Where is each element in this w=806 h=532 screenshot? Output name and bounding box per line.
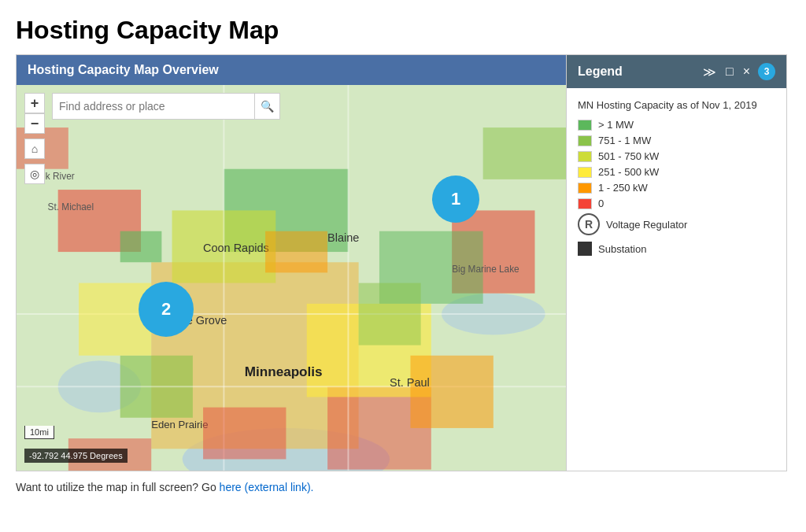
svg-rect-35 <box>120 231 162 263</box>
svg-rect-38 <box>359 283 421 345</box>
legend-voltage-item: R Voltage Regulator <box>578 213 775 235</box>
voltage-regulator-icon: R <box>578 213 600 235</box>
svg-rect-19 <box>483 127 566 179</box>
svg-text:Eden Prairie: Eden Prairie <box>151 419 208 430</box>
legend-content: MN Hosting Capacity as of Nov 1, 2019 > … <box>567 88 786 273</box>
svg-text:Coon Rapids: Coon Rapids <box>203 242 269 254</box>
legend-item-label: 0 <box>598 198 604 209</box>
substation-icon <box>578 242 592 256</box>
map-panel: Hosting Capacity Map Overview <box>17 55 566 471</box>
legend-item: 501 - 750 kW <box>578 150 775 162</box>
legend-item: > 1 MW <box>578 119 775 131</box>
footer-text-before: Want to utilize the map in full screen? … <box>16 481 220 493</box>
legend-controls: ≫ □ × 3 <box>701 63 775 80</box>
legend-item-label: > 1 MW <box>598 119 634 131</box>
map-scale: 10mi <box>24 426 54 439</box>
legend-title: Legend <box>578 65 623 79</box>
legend-color-swatch <box>578 151 592 162</box>
legend-collapse-button[interactable]: ≫ <box>701 65 718 79</box>
legend-subtitle: MN Hosting Capacity as of Nov 1, 2019 <box>578 99 775 111</box>
legend-color-swatch <box>578 198 592 209</box>
legend-item-label: 1 - 250 kW <box>598 182 648 194</box>
legend-color-swatch <box>578 183 592 194</box>
legend-color-swatch <box>578 120 592 131</box>
locate-button[interactable]: ◎ <box>24 164 45 184</box>
search-input[interactable] <box>53 95 254 117</box>
legend-item: 751 - 1 MW <box>578 135 775 146</box>
legend-panel: Legend ≫ □ × 3 MN Hosting Capacity as of… <box>566 55 786 471</box>
search-icon: 🔍 <box>261 100 274 113</box>
legend-color-swatch <box>578 167 592 178</box>
legend-item-label: 501 - 750 kW <box>598 150 659 162</box>
map-controls: + − ⌂ ◎ <box>24 93 45 184</box>
svg-text:St. Paul: St. Paul <box>390 376 430 389</box>
svg-text:St. Michael: St. Michael <box>48 201 94 212</box>
map-header: Hosting Capacity Map Overview <box>17 55 566 85</box>
svg-rect-20 <box>410 356 493 428</box>
svg-text:Blaine: Blaine <box>327 231 359 244</box>
map-area: Coon Rapids Blaine Maple Grove Minneapol… <box>17 85 566 471</box>
zoom-out-button[interactable]: − <box>24 113 45 134</box>
main-container: Hosting Capacity Map Overview <box>16 54 787 471</box>
substation-label: Substation <box>598 243 646 255</box>
home-button[interactable]: ⌂ <box>24 139 45 159</box>
legend-header: Legend ≫ □ × 3 <box>567 55 786 88</box>
svg-text:Big Marine Lake: Big Marine Lake <box>452 264 519 275</box>
legend-item: 0 <box>578 198 775 209</box>
search-bar: 🔍 <box>52 93 280 120</box>
voltage-regulator-label: Voltage Regulator <box>606 219 687 231</box>
footer-link[interactable]: here (external link). <box>220 481 314 493</box>
legend-item: 1 - 250 kW <box>578 182 775 194</box>
zoom-in-button[interactable]: + <box>24 93 45 113</box>
legend-expand-button[interactable]: □ <box>724 65 735 79</box>
footer-text: Want to utilize the map in full screen? … <box>16 481 790 493</box>
svg-text:Minneapolis: Minneapolis <box>245 364 323 379</box>
search-button[interactable]: 🔍 <box>254 94 279 119</box>
legend-item: 251 - 500 kW <box>578 166 775 178</box>
legend-close-button[interactable]: × <box>741 65 752 79</box>
legend-item-label: 751 - 1 MW <box>598 135 651 146</box>
legend-substation-item: Substation <box>578 242 775 256</box>
legend-item-label: 251 - 500 kW <box>598 166 659 178</box>
legend-color-swatch <box>578 135 592 146</box>
page-title: Hosting Capacity Map <box>16 16 790 45</box>
legend-cluster-badge[interactable]: 3 <box>758 63 775 80</box>
svg-rect-36 <box>265 231 327 273</box>
cluster-2[interactable]: 2 <box>139 282 194 337</box>
map-svg: Coon Rapids Blaine Maple Grove Minneapol… <box>17 85 566 471</box>
map-coordinates: -92.792 44.975 Degrees <box>24 449 128 463</box>
cluster-1[interactable]: 1 <box>432 175 479 223</box>
svg-rect-37 <box>203 408 286 460</box>
